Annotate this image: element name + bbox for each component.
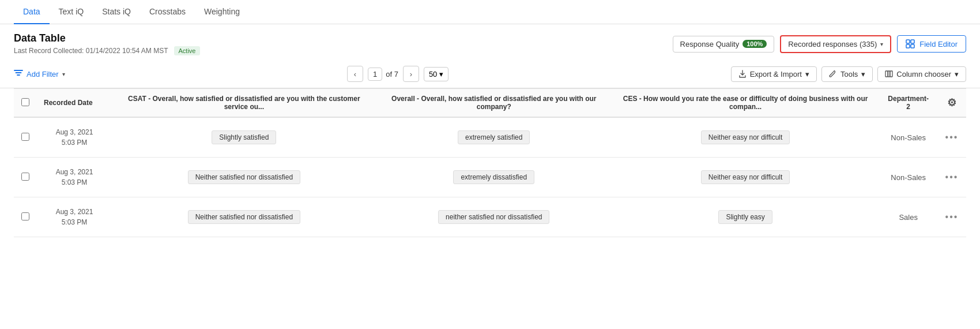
tab-crosstabs[interactable]: Crosstabs (140, 0, 195, 24)
svg-rect-2 (906, 44, 910, 48)
quality-badge: 100% (742, 40, 767, 48)
chevron-down-icon: ▾ (880, 41, 883, 47)
row-dept: Non-Sales (879, 117, 937, 158)
add-filter-label: Add Filter (27, 70, 59, 78)
row-dept: Non-Sales (879, 158, 937, 197)
settings-icon[interactable]: ⚙ (947, 97, 956, 109)
header-csat: CSAT - Overall, how satisfied or dissati… (112, 89, 376, 118)
row-ces: Slightly easy (612, 197, 879, 237)
overall-tag: neither satisfied nor dissatisfied (438, 210, 549, 224)
row-menu-icon[interactable]: ••• (945, 172, 959, 182)
date-line1: Aug 3, 2021 (56, 168, 93, 176)
active-badge: Active (174, 46, 201, 55)
row-csat: Slightly satisfied (112, 117, 376, 158)
toolbar-right: Export & Import ▾ Tools ▾ Column chooser… (731, 66, 966, 82)
row-actions[interactable]: ••• (937, 158, 966, 197)
tools-label: Tools (840, 70, 858, 78)
csat-tag: Neither satisfied nor dissatisfied (188, 210, 300, 224)
csat-tag: Neither satisfied nor dissatisfied (188, 170, 300, 184)
per-page-value: 50 (429, 70, 437, 78)
header-gear-col[interactable]: ⚙ (937, 89, 966, 118)
date-line1: Aug 3, 2021 (56, 208, 93, 216)
row-actions[interactable]: ••• (937, 197, 966, 237)
row-date: Aug 3, 2021 5:03 PM (37, 158, 112, 197)
table-wrapper: Recorded Date CSAT - Overall, how satisf… (0, 88, 980, 237)
header-left: Data Table Last Record Collected: 01/14/… (14, 32, 200, 55)
row-actions[interactable]: ••• (937, 117, 966, 158)
ces-tag: Slightly easy (718, 210, 772, 224)
response-quality-button[interactable]: Response Quality 100% (673, 36, 775, 53)
csat-tag: Slightly satisfied (212, 130, 276, 144)
dept-value: Non-Sales (891, 173, 926, 182)
row-date: Aug 3, 2021 5:03 PM (37, 197, 112, 237)
column-chooser-label: Column chooser (896, 70, 951, 78)
export-icon (738, 70, 747, 78)
page-title: Data Table (14, 32, 200, 44)
row-overall: extremely satisfied (376, 117, 612, 158)
ces-tag: Neither easy nor difficult (701, 130, 790, 144)
tab-weighting[interactable]: Weighting (195, 0, 249, 24)
row-csat: Neither satisfied nor dissatisfied (112, 197, 376, 237)
svg-rect-3 (911, 44, 914, 48)
row-checkbox[interactable] (21, 133, 29, 141)
next-page-button[interactable]: › (403, 66, 419, 82)
header-row: Data Table Last Record Collected: 01/14/… (0, 24, 980, 60)
dept-value: Sales (899, 213, 918, 222)
ces-tag: Neither easy nor difficult (701, 170, 790, 184)
date-line2: 5:03 PM (62, 139, 88, 147)
svg-rect-4 (885, 71, 888, 77)
dept-value: Non-Sales (891, 133, 926, 142)
top-navigation: Data Text iQ Stats iQ Crosstabs Weightin… (0, 0, 980, 24)
date-line1: Aug 3, 2021 (56, 128, 93, 136)
row-checkbox-cell (14, 117, 37, 158)
recorded-responses-button[interactable]: Recorded responses (335) ▾ (780, 35, 891, 53)
table-header-row: Recorded Date CSAT - Overall, how satisf… (14, 89, 966, 118)
tools-button[interactable]: Tools ▾ (821, 66, 873, 82)
wrench-icon (829, 70, 837, 78)
header-overall: Overall - Overall, how satisfied or diss… (376, 89, 612, 118)
svg-rect-6 (890, 71, 892, 77)
row-checkbox-cell (14, 197, 37, 237)
tools-chevron-icon: ▾ (861, 70, 865, 78)
page-total: of 7 (386, 70, 398, 78)
column-chevron-icon: ▾ (955, 70, 959, 78)
date-line2: 5:03 PM (62, 178, 88, 186)
row-ces: Neither easy nor difficult (612, 117, 879, 158)
add-filter-button[interactable]: Add Filter (14, 70, 59, 78)
select-all-checkbox[interactable] (21, 98, 29, 106)
per-page-selector[interactable]: 50 ▾ (424, 67, 448, 81)
header-right: Response Quality 100% Recorded responses… (673, 35, 966, 53)
current-page[interactable]: 1 (368, 68, 382, 81)
toolbar-left: Add Filter ▾ (14, 70, 65, 78)
table-row: Aug 3, 2021 5:03 PM Neither satisfied no… (14, 158, 966, 197)
row-menu-icon[interactable]: ••• (945, 212, 959, 222)
filter-icon (14, 70, 23, 78)
svg-rect-1 (911, 40, 914, 43)
recorded-responses-label: Recorded responses (335) (788, 40, 877, 48)
columns-icon (885, 70, 893, 78)
filter-chevron-icon[interactable]: ▾ (62, 71, 65, 77)
tab-data[interactable]: Data (14, 0, 50, 24)
page-info: 1 of 7 (368, 68, 398, 81)
prev-page-button[interactable]: ‹ (347, 66, 363, 82)
tab-stats-iq[interactable]: Stats iQ (93, 0, 140, 24)
tab-text-iq[interactable]: Text iQ (50, 0, 93, 24)
field-editor-button[interactable]: Field Editor (897, 35, 966, 53)
row-overall: neither satisfied nor dissatisfied (376, 197, 612, 237)
grid-icon (906, 39, 915, 48)
header-checkbox-col (14, 89, 37, 118)
overall-tag: extremely dissatisfied (453, 170, 534, 184)
toolbar-center: ‹ 1 of 7 › 50 ▾ (347, 66, 448, 82)
row-checkbox[interactable] (21, 173, 29, 181)
last-record-text: Last Record Collected: 01/14/2022 10:54 … (14, 47, 168, 55)
row-date: Aug 3, 2021 5:03 PM (37, 117, 112, 158)
column-chooser-button[interactable]: Column chooser ▾ (877, 66, 966, 82)
svg-rect-0 (906, 40, 910, 43)
export-import-button[interactable]: Export & Import ▾ (731, 66, 817, 82)
table-row: Aug 3, 2021 5:03 PM Neither satisfied no… (14, 197, 966, 237)
export-import-label: Export & Import (750, 70, 802, 78)
header-subtitle: Last Record Collected: 01/14/2022 10:54 … (14, 46, 200, 55)
per-page-chevron-icon: ▾ (439, 70, 443, 78)
row-menu-icon[interactable]: ••• (945, 132, 959, 142)
row-checkbox[interactable] (21, 212, 29, 220)
